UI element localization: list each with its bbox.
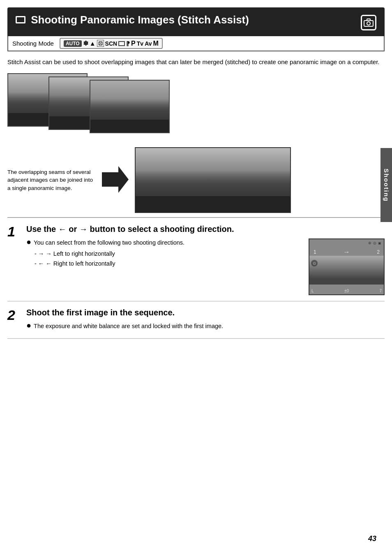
stitch-icon-header — [16, 16, 25, 23]
page-number: 43 — [368, 534, 376, 543]
bullet-dot-2: ● — [26, 321, 31, 329]
mode-tv: Tv — [137, 40, 143, 47]
step-2: 2 Shoot the first image in the sequence.… — [7, 301, 385, 339]
step-1-body: ● You can select from the following two … — [26, 238, 385, 295]
lcd-arrow-direction: → — [344, 248, 350, 256]
intro-text: Stitch Assist can be used to shoot overl… — [7, 57, 385, 67]
lcd-exposure: ±0 — [344, 289, 349, 293]
auto-mode: AUTO — [64, 40, 82, 47]
mode-p: P — [131, 40, 136, 47]
mode-scn: SCN — [105, 40, 118, 47]
step-1: 1 Use the ← or → button to select a shoo… — [7, 218, 385, 301]
steps-container: 1 Use the ← or → button to select a shoo… — [7, 217, 385, 339]
lcd-num7: 7 — [379, 289, 382, 293]
sub-item-left-text: ← Right to left horizontally — [46, 259, 115, 269]
mode-symbols2: ▲ — [90, 40, 96, 47]
mode-symbols: ❄ — [83, 39, 88, 47]
svg-point-1 — [367, 22, 370, 25]
main-content: Stitch Assist can be used to shoot overl… — [7, 51, 385, 339]
lcd-icon-2: ◎ — [373, 241, 376, 245]
lcd-preview — [309, 256, 384, 285]
sub-item-right-text: → Left to right horizontally — [46, 249, 115, 259]
mode-symbols3: ⊡ — [97, 40, 104, 47]
lcd-bottom-left: L — [311, 289, 314, 293]
caption-block: The overlapping seams of several adjacen… — [7, 168, 96, 192]
step-1-title: Use the ← or → button to select a shooti… — [26, 224, 385, 234]
lcd-bottom-bar: L ±0 7 — [311, 289, 382, 293]
step-2-number: 2 — [7, 307, 26, 322]
step-1-bullet-1-text: You can select from the following two sh… — [34, 238, 184, 247]
panoramic-result-img — [135, 147, 291, 213]
caption-text: The overlapping seams of several adjacen… — [7, 168, 96, 192]
step-1-bullet-1: ● You can select from the following two … — [26, 238, 303, 247]
mode-portrait: ⁋ — [126, 40, 130, 47]
arrow-symbol — [100, 164, 131, 196]
stacked-images-row — [7, 73, 385, 160]
step-2-title: Shoot the first image in the sequence. — [26, 307, 385, 318]
svg-marker-3 — [102, 166, 129, 193]
mode-m: M — [153, 40, 159, 47]
step-1-content: Use the ← or → button to select a shooti… — [26, 224, 385, 295]
step-1-text: ● You can select from the following two … — [26, 238, 303, 269]
sub-item-left: - ← ← Right to left horizontally — [35, 259, 303, 269]
arrow-left-symbol: ← — [38, 259, 44, 269]
step-2-content: Shoot the first image in the sequence. ●… — [26, 307, 385, 333]
header-box: Shooting Panoramic Images (Stitch Assist… — [7, 7, 385, 36]
step-1-sub-items: - → → Left to right horizontally - ← ← R… — [35, 249, 303, 269]
step-1-number: 1 — [7, 224, 26, 238]
side-tab-shooting: Shooting — [380, 148, 392, 222]
step-1-camera-lcd: ⊛ ◎ ▣ 1 → 2 ⊙ — [309, 238, 385, 295]
arrow-right-symbol: → — [38, 249, 44, 259]
side-tab-label: Shooting — [383, 169, 390, 202]
dash-1: - — [35, 249, 37, 259]
lcd-icon-3: ▣ — [378, 241, 381, 245]
step-2-bullet-1: ● The exposure and white balance are set… — [26, 322, 385, 331]
page-title: Shooting Panoramic Images (Stitch Assist… — [16, 13, 356, 27]
mode-av: Av — [145, 40, 152, 47]
shooting-mode-bar: Shooting Mode AUTO ❄ ▲ ⊡ SCN ⁋ P Tv Av M — [7, 36, 385, 51]
mode-rect — [118, 41, 125, 46]
svg-rect-2 — [367, 19, 370, 21]
bullet-dot-1: ● — [26, 238, 31, 246]
lcd-direction-row: 1 → 2 — [314, 248, 380, 256]
shooting-mode-icons: AUTO ❄ ▲ ⊡ SCN ⁋ P Tv Av M — [60, 38, 163, 49]
lcd-icon-1: ⊛ — [368, 241, 371, 245]
lcd-top-icons: ⊛ ◎ ▣ — [368, 241, 381, 245]
panoramic-illustration: The overlapping seams of several adjacen… — [7, 73, 385, 213]
camera-icon — [361, 15, 376, 30]
sub-item-right: - → → Left to right horizontally — [35, 249, 303, 259]
lcd-num1: 1 — [314, 249, 316, 255]
lcd-num2: 2 — [377, 249, 380, 255]
panoramic-img-3 — [90, 80, 170, 133]
shooting-mode-label: Shooting Mode — [12, 40, 54, 47]
step-2-bullet-1-text: The exposure and white balance are set a… — [34, 322, 223, 331]
dash-2: - — [35, 259, 37, 269]
